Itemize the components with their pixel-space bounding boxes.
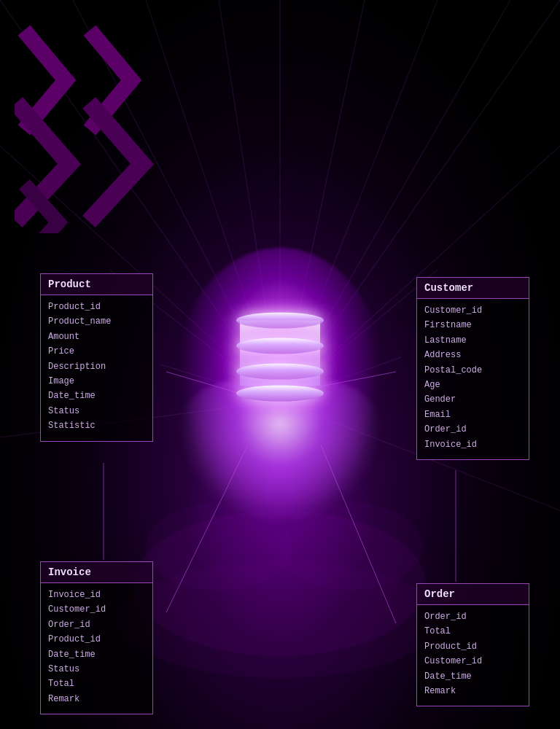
invoice-table: Invoice Invoice_id Customer_id Order_id … — [40, 561, 153, 714]
field-inv-customer-id: Customer_id — [48, 602, 145, 617]
svg-point-19 — [134, 510, 426, 656]
center-glow — [171, 248, 389, 539]
chevron-group — [15, 22, 190, 226]
field-invoice-id: Invoice_id — [424, 437, 521, 452]
field-description: Description — [48, 359, 145, 374]
cylinder-disc-1 — [236, 313, 324, 329]
field-gender: Gender — [424, 392, 521, 407]
field-customer-id: Customer_id — [424, 303, 521, 318]
database-cylinder — [236, 313, 324, 408]
product-table-title: Product — [41, 274, 152, 295]
cylinder-disc-4 — [236, 386, 324, 402]
field-order-id: Order_id — [424, 422, 521, 437]
order-table-title: Order — [417, 584, 529, 605]
field-amount: Amount — [48, 330, 145, 344]
customer-table-title: Customer — [417, 278, 529, 299]
svg-line-6 — [280, 0, 438, 401]
product-table-fields: Product_id Product_name Amount Price Des… — [41, 295, 152, 441]
field-image: Image — [48, 374, 145, 389]
svg-line-3 — [219, 0, 280, 401]
cylinder-body — [240, 321, 320, 386]
field-firstname: Firstname — [424, 318, 521, 332]
logo-area — [15, 22, 197, 241]
field-age: Age — [424, 378, 521, 392]
field-inv-order-id: Order_id — [48, 617, 145, 632]
svg-point-18 — [277, 503, 423, 590]
invoice-table-title: Invoice — [41, 562, 152, 583]
field-ord-date-time: Date_time — [424, 669, 521, 684]
field-order-id: Order_id — [424, 609, 521, 624]
svg-line-22 — [321, 372, 396, 386]
svg-line-5 — [280, 0, 365, 401]
field-ord-product-id: Product_id — [424, 639, 521, 654]
svg-line-14 — [280, 357, 401, 401]
customer-table-fields: Customer_id Firstname Lastname Address P… — [417, 299, 529, 459]
svg-line-23 — [166, 445, 248, 612]
field-inv-status: Status — [48, 662, 145, 677]
field-date-time: Date_time — [48, 389, 145, 403]
field-product-name: Product_name — [48, 314, 145, 329]
field-email: Email — [424, 408, 521, 422]
product-table: Product Product_id Product_name Amount P… — [40, 273, 153, 442]
field-postal-code: Postal_code — [424, 363, 521, 378]
cylinder-disc-3 — [236, 364, 324, 380]
field-price: Price — [48, 344, 145, 359]
field-status: Status — [48, 404, 145, 418]
field-lastname: Lastname — [424, 333, 521, 348]
field-inv-product-id: Product_id — [48, 632, 145, 647]
hands-glow — [178, 379, 382, 525]
invoice-table-fields: Invoice_id Customer_id Order_id Product_… — [41, 583, 152, 714]
svg-point-20 — [120, 561, 440, 678]
field-statistic: Statistic — [48, 418, 145, 433]
field-inv-remark: Remark — [48, 692, 145, 706]
field-product-id: Product_id — [48, 300, 145, 314]
customer-table: Customer Customer_id Firstname Lastname … — [416, 277, 529, 460]
field-ord-total: Total — [424, 624, 521, 639]
order-table: Order Order_id Total Product_id Customer… — [416, 583, 529, 706]
cylinder-disc-2 — [236, 338, 324, 354]
field-ord-remark: Remark — [424, 684, 521, 698]
field-inv-total: Total — [48, 677, 145, 691]
svg-line-24 — [321, 445, 396, 623]
order-table-fields: Order_id Total Product_id Customer_id Da… — [417, 605, 529, 706]
field-inv-date-time: Date_time — [48, 647, 145, 662]
svg-point-17 — [146, 503, 292, 590]
field-ord-customer-id: Customer_id — [424, 654, 521, 668]
svg-line-21 — [166, 372, 241, 394]
svg-line-12 — [280, 270, 438, 401]
svg-line-13 — [160, 364, 280, 401]
field-invoice-id: Invoice_id — [48, 588, 145, 602]
field-address: Address — [424, 348, 521, 362]
